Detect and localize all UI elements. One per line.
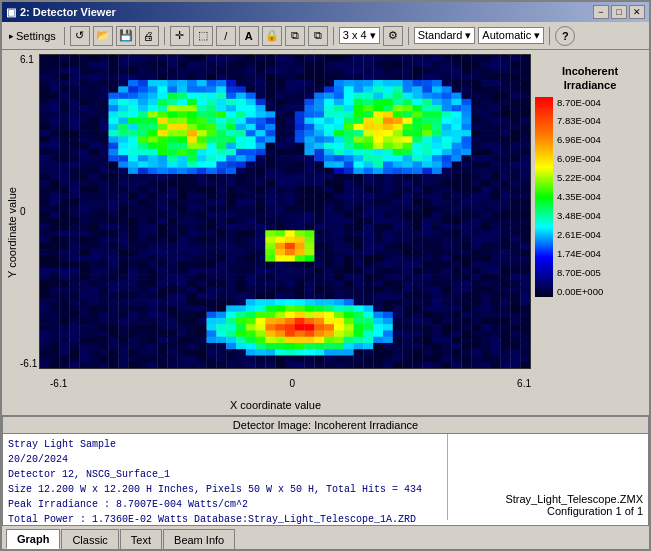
detector-viewer-window: ▣ 2: Detector Viewer − □ ✕ ▸ Settings ↺ …	[0, 0, 651, 551]
info-right-line2: Configuration 1 of 1	[547, 505, 643, 517]
heatmap-canvas	[40, 55, 530, 368]
info-line-4: Peak Irradiance : 8.7007E-004 Watts/cm^2	[8, 497, 442, 512]
heatmap	[39, 54, 531, 369]
cb-val-5: 4.35E-004	[557, 191, 603, 202]
colorbar-labels: 8.70E-004 7.83E-004 6.96E-004 6.09E-004 …	[557, 97, 603, 297]
minimize-button[interactable]: −	[593, 5, 609, 19]
print-button[interactable]: 🖨	[139, 26, 159, 46]
y-axis-label: Y coordinate value	[6, 54, 18, 411]
automatic-dropdown[interactable]: Automatic ▾	[478, 27, 544, 44]
toolbar-separator-3	[333, 27, 334, 45]
main-content: Y coordinate value 6.1 0 -6.1	[2, 50, 649, 549]
colorbar-gradient	[535, 97, 553, 297]
tab-graph[interactable]: Graph	[6, 529, 60, 549]
info-panel: Detector Image: Incoherent Irradiance St…	[2, 415, 649, 525]
info-right-line1: Stray_Light_Telescope.ZMX	[505, 493, 643, 505]
x-tick-mid: 0	[289, 378, 295, 389]
toolbar-separator-5	[549, 27, 550, 45]
y-tick-bot: -6.1	[20, 358, 37, 369]
text-button[interactable]: A	[239, 26, 259, 46]
settings-btn2[interactable]: ⚙	[383, 26, 403, 46]
window-icon: ▣	[6, 6, 16, 19]
y-tick-mid: 0	[20, 206, 37, 217]
lock-button[interactable]: 🔒	[262, 26, 282, 46]
x-axis-label: X coordinate value	[20, 399, 531, 411]
info-text: Stray Light Sample 20/20/2024 Detector 1…	[3, 434, 448, 520]
x-tick-left: -6.1	[50, 378, 67, 389]
line-button[interactable]: /	[216, 26, 236, 46]
toolbar: ▸ Settings ↺ 📂 💾 🖨 ✛ ⬚ / A 🔒 ⧉ ⧉ 3 x 4 ▾…	[2, 22, 649, 50]
cb-val-9: 8.70E-005	[557, 267, 603, 278]
cb-val-10: 0.00E+000	[557, 286, 603, 297]
cb-val-6: 3.48E-004	[557, 210, 603, 221]
tabs-bar: Graph Classic Text Beam Info	[2, 525, 649, 549]
tab-classic[interactable]: Classic	[61, 529, 118, 549]
toolbar-separator-1	[64, 27, 65, 45]
info-line-3: Size 12.200 W x 12.200 H Inches, Pixels …	[8, 482, 442, 497]
x-tick-labels: -6.1 0 6.1	[50, 378, 531, 389]
cursor-button[interactable]: ✛	[170, 26, 190, 46]
toolbar-separator-2	[164, 27, 165, 45]
svg-rect-0	[535, 97, 553, 297]
standard-dropdown[interactable]: Standard ▾	[414, 27, 476, 44]
save-button[interactable]: 💾	[116, 26, 136, 46]
window-title: 2: Detector Viewer	[20, 6, 116, 18]
info-line-1: 20/20/2024	[8, 452, 442, 467]
tab-text[interactable]: Text	[120, 529, 162, 549]
refresh-button[interactable]: ↺	[70, 26, 90, 46]
colorbar-title: IncoherentIrradiance	[535, 64, 645, 93]
paste-button[interactable]: ⧉	[308, 26, 328, 46]
cb-val-8: 1.74E-004	[557, 248, 603, 259]
help-button[interactable]: ?	[555, 26, 575, 46]
info-line-0: Stray Light Sample	[8, 437, 442, 452]
zoom-button[interactable]: ⬚	[193, 26, 213, 46]
colorbar: IncoherentIrradiance	[535, 54, 645, 411]
info-title: Detector Image: Incoherent Irradiance	[3, 417, 648, 434]
y-tick-top: 6.1	[20, 54, 37, 65]
info-line-2: Detector 12, NSCG_Surface_1	[8, 467, 442, 482]
close-button[interactable]: ✕	[629, 5, 645, 19]
title-bar: ▣ 2: Detector Viewer − □ ✕	[2, 2, 649, 22]
cb-val-3: 6.09E-004	[557, 153, 603, 164]
copy-button[interactable]: ⧉	[285, 26, 305, 46]
toolbar-separator-4	[408, 27, 409, 45]
x-tick-right: 6.1	[517, 378, 531, 389]
cb-val-4: 5.22E-004	[557, 172, 603, 183]
plot-area: Y coordinate value 6.1 0 -6.1	[2, 50, 649, 415]
open-button[interactable]: 📂	[93, 26, 113, 46]
cb-val-7: 2.61E-004	[557, 229, 603, 240]
tab-beam-info[interactable]: Beam Info	[163, 529, 235, 549]
cb-val-0: 8.70E-004	[557, 97, 603, 108]
info-right: Stray_Light_Telescope.ZMX Configuration …	[448, 434, 648, 520]
restore-button[interactable]: □	[611, 5, 627, 19]
y-tick-labels: 6.1 0 -6.1	[20, 54, 37, 369]
cb-val-2: 6.96E-004	[557, 134, 603, 145]
grid-dropdown[interactable]: 3 x 4 ▾	[339, 27, 380, 44]
cb-val-1: 7.83E-004	[557, 115, 603, 126]
settings-menu[interactable]: ▸ Settings	[6, 29, 59, 43]
